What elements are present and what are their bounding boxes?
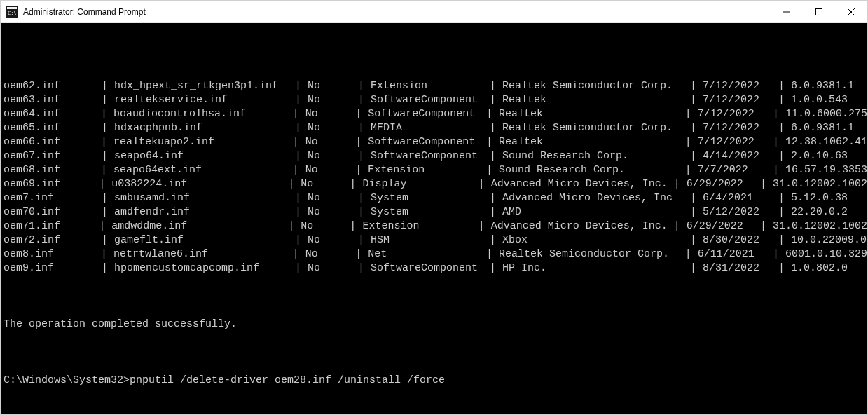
col-class: System xyxy=(371,205,490,219)
col-file: realtekservice.inf xyxy=(114,93,295,107)
col-version: 5.12.0.38 xyxy=(791,191,848,205)
col-version: 16.57.19.3353 xyxy=(785,163,867,177)
close-button[interactable] xyxy=(835,1,867,23)
col-inf: oem63.inf xyxy=(4,93,102,107)
col-file: u0382224.inf xyxy=(111,177,288,191)
col-version: 1.0.802.0 xyxy=(791,261,848,275)
command-prompt-window: C:\ Administrator: Command Prompt oem62.… xyxy=(0,0,868,415)
col-signed: No xyxy=(305,163,355,177)
col-date: 4/14/2022 xyxy=(703,149,778,163)
col-inf: oem7.inf xyxy=(4,191,102,205)
col-signed: No xyxy=(308,121,358,135)
table-row: oem71.inf | amdwddme.inf | No | Extensio… xyxy=(4,219,867,233)
col-inf: oem64.inf xyxy=(4,107,101,121)
col-provider: Advanced Micro Devices, Inc xyxy=(502,191,690,205)
col-version: 6001.0.10.329 xyxy=(785,247,867,261)
table-row: oem69.inf | u0382224.inf | No | Display … xyxy=(4,177,867,191)
table-row: oem72.inf | gameflt.inf | No | HSM | Xbo… xyxy=(4,233,867,247)
col-date: 8/31/2022 xyxy=(703,261,778,275)
col-provider: Sound Research Corp. xyxy=(502,149,690,163)
col-provider: Realtek Semiconductor Corp. xyxy=(502,121,690,135)
col-version: 22.20.0.2 xyxy=(791,205,848,219)
table-row: oem66.inf | realtekuapo2.inf | No | Soft… xyxy=(4,135,867,149)
table-row: oem70.inf | amdfendr.inf | No | System |… xyxy=(4,205,867,219)
table-row: oem8.inf | netrtwlane6.inf | No | Net | … xyxy=(4,247,867,261)
col-version: 31.0.12002.1002 xyxy=(773,219,867,233)
col-file: amdwddme.inf xyxy=(111,219,288,233)
col-version: 6.0.9381.1 xyxy=(791,79,854,93)
col-file: gameflt.inf xyxy=(114,233,295,247)
col-inf: oem66.inf xyxy=(4,135,101,149)
col-inf: oem8.inf xyxy=(4,247,101,261)
col-class: System xyxy=(371,191,490,205)
col-signed: No xyxy=(308,205,358,219)
table-row: oem64.inf | boaudiocontrolhsa.inf | No |… xyxy=(4,107,867,121)
col-inf: oem67.inf xyxy=(4,149,102,163)
window-title: Administrator: Command Prompt xyxy=(23,7,771,17)
col-version: 1.0.0.543 xyxy=(791,93,848,107)
col-date: 6/4/2021 xyxy=(703,191,778,205)
col-file: seapo64ext.inf xyxy=(113,163,293,177)
col-provider: Xbox xyxy=(502,233,690,247)
table-row: oem7.inf | smbusamd.inf | No | System | … xyxy=(4,191,867,205)
col-provider: Realtek xyxy=(499,135,685,149)
col-file: hdx_hpext_sr_rtkgen3p1.inf xyxy=(114,79,295,93)
terminal-area[interactable]: oem62.inf | hdx_hpext_sr_rtkgen3p1.inf |… xyxy=(1,23,867,414)
col-provider: Realtek Semiconductor Corp. xyxy=(502,79,690,93)
col-signed: No xyxy=(308,149,358,163)
col-signed: No xyxy=(301,177,350,191)
table-row: oem63.inf | realtekservice.inf | No | So… xyxy=(4,93,867,107)
col-inf: oem69.inf xyxy=(4,177,99,191)
col-class: SoftwareComponent xyxy=(368,135,486,149)
col-signed: No xyxy=(308,79,358,93)
titlebar[interactable]: C:\ Administrator: Command Prompt xyxy=(1,1,867,23)
col-date: 5/12/2022 xyxy=(703,205,778,219)
col-version: 31.0.12002.1002 xyxy=(773,177,867,191)
col-date: 7/7/2022 xyxy=(698,163,773,177)
col-class: Display xyxy=(362,177,478,191)
maximize-button[interactable] xyxy=(803,1,835,23)
col-file: netrtwlane6.inf xyxy=(113,247,293,261)
col-file: realtekuapo2.inf xyxy=(113,135,293,149)
table-row: oem62.inf | hdx_hpext_sr_rtkgen3p1.inf |… xyxy=(4,79,867,93)
col-class: SoftwareComponent xyxy=(371,93,490,107)
col-date: 7/12/2022 xyxy=(703,121,778,135)
svg-rect-4 xyxy=(816,9,822,15)
col-date: 7/12/2022 xyxy=(703,93,778,107)
col-class: Extension xyxy=(368,163,486,177)
col-signed: No xyxy=(305,135,355,149)
window-controls xyxy=(771,1,867,22)
svg-rect-1 xyxy=(7,7,17,9)
col-provider: Realtek xyxy=(502,93,690,107)
col-version: 6.0.9381.1 xyxy=(791,121,854,135)
col-inf: oem62.inf xyxy=(4,79,102,93)
col-inf: oem68.inf xyxy=(4,163,101,177)
col-provider: Sound Research Corp. xyxy=(499,163,685,177)
col-provider: Realtek xyxy=(499,107,685,121)
col-inf: oem65.inf xyxy=(4,121,102,135)
col-signed: No xyxy=(308,93,358,107)
col-file: hpomencustomcapcomp.inf xyxy=(114,261,295,275)
col-provider: Realtek Semiconductor Corp. xyxy=(499,247,685,261)
col-date: 6/29/2022 xyxy=(687,177,760,191)
col-version: 2.0.10.63 xyxy=(791,149,848,163)
col-file: amdfendr.inf xyxy=(114,205,295,219)
col-inf: oem71.inf xyxy=(4,219,99,233)
col-file: seapo64.inf xyxy=(114,149,295,163)
col-date: 7/12/2022 xyxy=(703,79,778,93)
col-file: hdxacphpnb.inf xyxy=(114,121,295,135)
cmd-icon: C:\ xyxy=(6,6,18,18)
minimize-button[interactable] xyxy=(771,1,803,23)
col-class: Net xyxy=(368,247,486,261)
terminal-output: oem62.inf | hdx_hpext_sr_rtkgen3p1.inf |… xyxy=(1,51,867,414)
prompt-path: C:\Windows\System32> xyxy=(4,374,130,386)
table-row: oem65.inf | hdxacphpnb.inf | No | MEDIA … xyxy=(4,121,867,135)
col-provider: Advanced Micro Devices, Inc. xyxy=(491,219,674,233)
command-input[interactable]: pnputil /delete-driver oem28.inf /uninst… xyxy=(130,374,445,386)
col-file: smbusamd.inf xyxy=(114,191,295,205)
col-date: 6/29/2022 xyxy=(687,219,760,233)
col-class: SoftwareComponent xyxy=(371,261,490,275)
table-row: oem68.inf | seapo64ext.inf | No | Extens… xyxy=(4,163,867,177)
col-signed: No xyxy=(305,247,355,261)
col-signed: No xyxy=(305,107,355,121)
